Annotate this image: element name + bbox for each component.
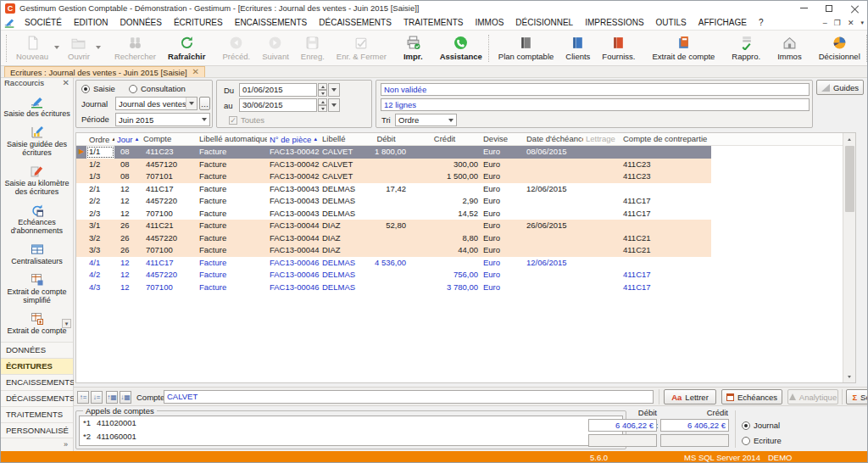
cell-contrepartie[interactable]: 411C17 [620,208,711,220]
previous-entry-button[interactable]: ↑▦ [106,391,118,404]
cell-devise[interactable]: Euro [481,159,524,171]
cell-ordre[interactable]: 4/1 [86,257,114,270]
cell-jour[interactable]: 12 [114,282,141,294]
cell-credit[interactable]: 2,90 [409,195,481,208]
cell-lettrage[interactable] [583,170,620,183]
cell-compte[interactable]: 411C17 [141,257,197,270]
cell-compte[interactable]: 4457220 [141,195,197,208]
date-from-field[interactable]: 01/06/2015 [239,83,317,97]
cell-compte[interactable]: 707100 [141,282,197,294]
cell-libelle[interactable]: CALVET [320,159,364,171]
suppliers-button[interactable]: Fourniss. [596,31,641,65]
cell-contrepartie[interactable]: 411C17 [620,269,711,282]
cell-compte[interactable]: 707100 [141,244,197,257]
column-header-debit[interactable]: Débit [364,133,409,145]
cell-libelle[interactable]: DELMAS [320,269,364,282]
saisie-radio[interactable]: Saisie [81,84,115,93]
cell-credit[interactable] [409,220,481,232]
menu-item-société[interactable]: SOCIÉTÉ [19,17,68,28]
cell-ordre[interactable]: 1/3 [86,170,114,183]
cell-contrepartie[interactable] [620,220,711,232]
cell-debit[interactable] [364,244,409,257]
cell-jour[interactable]: 08 [114,146,141,159]
cell-debit[interactable] [364,282,409,294]
sidebar-section-traitements[interactable]: TRAITEMENTS [1,406,73,422]
cell-auto[interactable]: Facture [197,282,267,294]
cell-devise[interactable]: Euro [481,195,524,208]
appels-list[interactable]: *1 411020001 *2 411060001 [79,416,623,446]
column-header-credit[interactable]: Crédit [409,133,481,145]
cell-ordre[interactable]: 4/2 [86,269,114,282]
close-button[interactable] [842,1,867,15]
cell-devise[interactable]: Euro [481,170,524,183]
cell-auto[interactable]: Facture [197,257,267,270]
cell-lettrage[interactable] [583,195,620,208]
cell-lettrage[interactable] [583,244,620,257]
sidebar-item-centralisateurs[interactable]: Centralisateurs [1,243,73,265]
table-row[interactable]: 2/312707100FactureFAC13-00043DELMAS14,52… [76,208,711,220]
cell-auto[interactable]: Facture [197,183,267,196]
cell-ordre[interactable]: 3/3 [86,244,114,257]
sidebar-close-icon[interactable]: ✕ [63,78,70,87]
column-header-libelle[interactable]: Libellé [320,133,364,145]
cell-lettrage[interactable] [583,183,620,196]
cell-credit[interactable] [409,183,481,196]
cell-devise[interactable]: Euro [481,244,524,257]
cell-jour[interactable]: 12 [114,257,141,270]
cell-piece[interactable]: FAC13-00043 [267,183,320,196]
cell-echeance[interactable] [524,244,583,257]
cell-piece[interactable]: FAC13-00046 [267,257,320,270]
cell-ordre[interactable]: 2/1 [86,183,114,196]
first-line-button[interactable]: ↑= [77,391,89,404]
guides-button[interactable]: Guides [816,80,864,95]
cell-piece[interactable]: FAC13-00046 [267,282,320,294]
menu-item-outils[interactable]: OUTILS [650,17,693,28]
table-row[interactable]: 4/312707100FactureFAC13-00046DELMAS3 780… [76,282,711,294]
cell-libelle[interactable]: DELMAS [320,183,364,196]
cell-piece[interactable]: FAC13-00042 [267,159,320,171]
new-button[interactable]: Nouveau [10,31,62,65]
solder-button[interactable]: Σ Solder [846,389,868,404]
cell-piece[interactable]: FAC13-00044 [267,232,320,245]
print-button[interactable]: Impr. [398,31,429,65]
cell-compte[interactable]: 411C23 [141,146,197,159]
cell-devise[interactable]: Euro [481,282,524,294]
cell-ordre[interactable]: 1/1 [86,146,114,159]
cell-credit[interactable]: 14,52 [409,208,481,220]
cell-compte[interactable]: 707101 [141,170,197,183]
cell-contrepartie[interactable]: 411C17 [620,195,711,208]
chart-of-accounts-button[interactable]: Plan comptable [492,31,559,65]
cell-debit[interactable] [364,195,409,208]
sidebar-item-echeances-abonnements[interactable]: Echéances d'abonnements [1,204,73,235]
cell-libelle[interactable]: DIAZ [320,232,364,245]
date-to-calendar-button[interactable] [328,98,340,112]
cell-devise[interactable]: Euro [481,269,524,282]
save-close-button[interactable]: Enr. & Fermer [331,31,392,65]
cell-piece[interactable]: FAC13-00043 [267,195,320,208]
cell-credit[interactable] [409,146,481,159]
cell-contrepartie[interactable] [620,146,711,159]
column-header-ordre[interactable]: Ordre▲ [86,133,114,145]
scroll-down-icon[interactable] [843,371,855,382]
menu-item-affichage[interactable]: AFFICHAGE [693,17,753,28]
cell-echeance[interactable] [524,195,583,208]
cell-jour[interactable]: 26 [114,232,141,245]
table-row[interactable]: 2/112411C17FactureFAC13-00043DELMAS17,42… [76,183,711,196]
cell-compte[interactable]: 707100 [141,208,197,220]
cell-compte[interactable]: 4457220 [141,232,197,245]
next-entry-button[interactable]: ↓▦ [120,391,131,404]
cell-libelle[interactable]: DELMAS [320,195,364,208]
cell-credit[interactable]: 8,80 [409,232,481,245]
cell-echeance[interactable]: 08/06/2015 [524,146,583,159]
cell-contrepartie[interactable] [620,183,711,196]
cell-debit[interactable]: 1 800,00 [364,146,409,159]
tab-close-icon[interactable]: ✕ [192,68,199,76]
save-button[interactable]: Enreg. [295,31,331,65]
cell-echeance[interactable] [524,159,583,171]
cell-echeance[interactable] [524,282,583,294]
date-to-field[interactable]: 30/06/2015 [239,98,317,112]
menu-item-traitements[interactable]: TRAITEMENTS [398,17,470,28]
cell-contrepartie[interactable]: 411C23 [620,170,711,183]
cell-ordre[interactable]: 4/3 [86,282,114,294]
table-row[interactable]: 1/2084457120FactureFAC13-00042CALVET300,… [76,159,711,171]
